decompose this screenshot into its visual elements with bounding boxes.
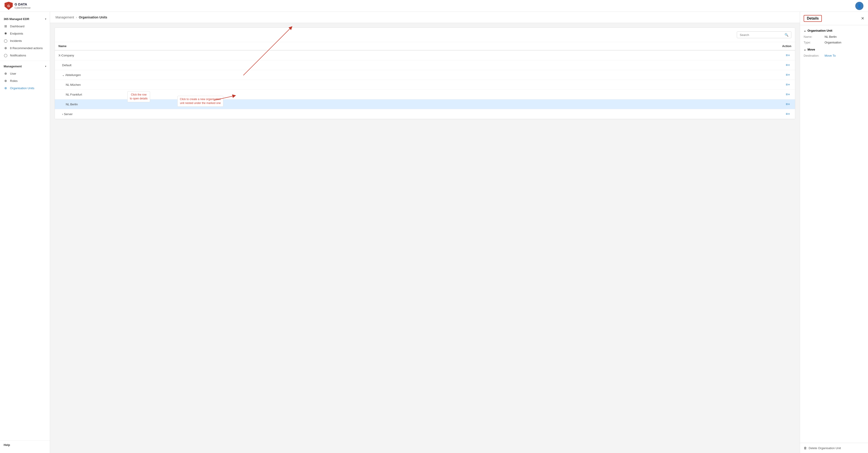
row-name: › Server <box>55 109 537 119</box>
details-type-row: Type: Organisation <box>804 41 864 44</box>
sidebar-item-roles-label: Roles <box>10 79 18 83</box>
sidebar-item-endpoints-label: Endpoints <box>10 32 23 35</box>
add-sub-button[interactable]: ≡+ <box>784 82 792 87</box>
org-units-table: Name Action X-Company ≡+ <box>55 42 795 119</box>
details-name-value: NL Berlin <box>825 35 837 38</box>
row-name: Default <box>55 60 537 70</box>
trash-icon: 🗑 <box>804 446 807 450</box>
logo-sub: CyberDefense <box>14 6 30 9</box>
details-panel: Details ✕ ⌄ Organisation Unit Name: NL B… <box>800 12 868 453</box>
details-destination-label: Destination: <box>804 54 822 57</box>
chevron-down-icon-org: ⌄ <box>804 29 806 32</box>
table-row-selected[interactable]: NL Berlin ≡+ <box>55 99 795 109</box>
sidebar-item-roles[interactable]: ⊕ Roles <box>0 77 50 84</box>
sidebar-section-management-label: Management <box>4 65 22 68</box>
action-cell: ≡+ <box>537 60 795 70</box>
sidebar-section-edr-label: 365 Managed EDR <box>4 17 29 21</box>
table-row[interactable]: Default ≡+ <box>55 60 795 70</box>
details-footer[interactable]: 🗑 Delete Organisation Unit <box>800 443 868 453</box>
sidebar-item-dashboard[interactable]: ⊞ Dashboard <box>0 23 50 30</box>
col-action: Action <box>537 42 795 50</box>
add-sub-button[interactable]: ≡+ <box>784 92 792 97</box>
details-body: ⌄ Organisation Unit Name: NL Berlin Type… <box>800 25 868 443</box>
sidebar-item-incidents[interactable]: ◯ Incidents <box>0 37 50 44</box>
sidebar-spacer <box>0 92 50 440</box>
sidebar-section-edr[interactable]: 365 Managed EDR ▾ <box>0 16 50 23</box>
add-sub-button[interactable]: ≡+ <box>784 102 792 107</box>
action-cell: ≡+ <box>537 80 795 90</box>
search-input[interactable] <box>740 33 783 37</box>
row-name: NL Berlin <box>55 99 537 109</box>
table-row[interactable]: NL Frankfurt ≡+ <box>55 90 795 99</box>
dashboard-icon: ⊞ <box>4 24 8 28</box>
details-destination-row: Destination: Move To <box>804 54 864 57</box>
delete-label: Delete Organisation Unit <box>809 446 841 450</box>
sidebar-item-notifications-label: Notifications <box>10 54 26 57</box>
main-content: Management › Organisation Units 🔍 <box>50 12 800 453</box>
details-type-label: Type: <box>804 41 822 44</box>
expand-chevron: › Server <box>62 112 72 116</box>
sidebar-divider <box>0 61 50 61</box>
sidebar-item-endpoints[interactable]: ✱ Endpoints <box>0 30 50 37</box>
sidebar-item-recommended[interactable]: ⊕ 8 Recommended actions <box>0 44 50 52</box>
action-cell: ≡+ <box>537 90 795 99</box>
add-sub-button[interactable]: ≡+ <box>784 112 792 117</box>
logo-shield: G <box>4 2 13 10</box>
details-section-org-label: Organisation Unit <box>807 29 832 32</box>
details-name-label: Name: <box>804 35 822 38</box>
action-cell: ≡+ <box>537 99 795 109</box>
sidebar-item-incidents-label: Incidents <box>10 39 22 42</box>
row-name: NL Müchen <box>55 80 537 90</box>
logo-text: G DATA CyberDefense <box>14 2 30 9</box>
table-header-row: Name Action <box>55 42 795 50</box>
user-avatar[interactable]: 👤 <box>855 2 864 10</box>
table-toolbar: 🔍 <box>55 28 795 42</box>
details-header: Details ✕ <box>800 12 868 25</box>
chevron-down-icon: ▾ <box>45 18 46 20</box>
action-cell: ≡+ <box>537 70 795 80</box>
sidebar-item-org-units[interactable]: ⊗ Organisation Units <box>0 84 50 92</box>
row-name: NL Frankfurt <box>55 90 537 99</box>
incidents-icon: ◯ <box>4 39 8 42</box>
user-icon: ⊕ <box>4 72 8 75</box>
details-section-org[interactable]: ⌄ Organisation Unit <box>804 29 864 32</box>
details-title: Details <box>804 15 822 22</box>
table-row[interactable]: X-Company ≡+ <box>55 50 795 60</box>
add-sub-button[interactable]: ≡+ <box>784 53 792 58</box>
breadcrumb-parent: Management <box>56 16 74 19</box>
table-row[interactable]: NL Müchen ≡+ <box>55 80 795 90</box>
breadcrumb: Management › Organisation Units <box>50 12 800 23</box>
sidebar-item-notifications[interactable]: ◯ Notifications <box>0 52 50 59</box>
sidebar-item-user-label: User <box>10 72 16 75</box>
breadcrumb-current: Organisation Units <box>79 16 107 19</box>
chevron-down-icon-2: ▾ <box>45 65 46 67</box>
app-body: 365 Managed EDR ▾ ⊞ Dashboard ✱ Endpoint… <box>0 12 868 453</box>
expand-chevron: ⌄ Abteilungen <box>62 73 81 77</box>
details-name-row: Name: NL Berlin <box>804 35 864 38</box>
action-cell: ≡+ <box>537 109 795 119</box>
close-button[interactable]: ✕ <box>861 16 864 21</box>
sidebar-section-management[interactable]: Management ▾ <box>0 63 50 70</box>
col-name: Name <box>55 42 537 50</box>
chevron-down-icon-move: ⌄ <box>804 48 806 51</box>
move-to-link[interactable]: Move To <box>825 54 836 57</box>
sidebar-item-org-units-label: Organisation Units <box>10 87 34 90</box>
sidebar-item-user[interactable]: ⊕ User <box>0 70 50 77</box>
add-sub-button[interactable]: ≡+ <box>784 72 792 78</box>
row-name: ⌄ Abteilungen <box>55 70 537 80</box>
table-row[interactable]: › Server ≡+ <box>55 109 795 119</box>
topbar: G G DATA CyberDefense 👤 <box>0 0 868 12</box>
table-row[interactable]: ⌄ Abteilungen ≡+ <box>55 70 795 80</box>
search-box[interactable]: 🔍 <box>737 31 792 38</box>
logo-brand: G DATA <box>14 2 30 6</box>
details-type-value: Organisation <box>825 41 841 44</box>
details-section-move[interactable]: ⌄ Move <box>804 48 864 51</box>
sidebar-item-recommended-label: 8 Recommended actions <box>10 47 43 50</box>
notifications-icon: ◯ <box>4 54 8 57</box>
add-sub-button[interactable]: ≡+ <box>784 63 792 67</box>
sidebar-item-dashboard-label: Dashboard <box>10 25 25 28</box>
search-icon: 🔍 <box>784 33 788 37</box>
row-name: X-Company <box>55 50 537 60</box>
sidebar-help: Help <box>0 440 50 449</box>
org-units-icon: ⊗ <box>4 86 8 90</box>
